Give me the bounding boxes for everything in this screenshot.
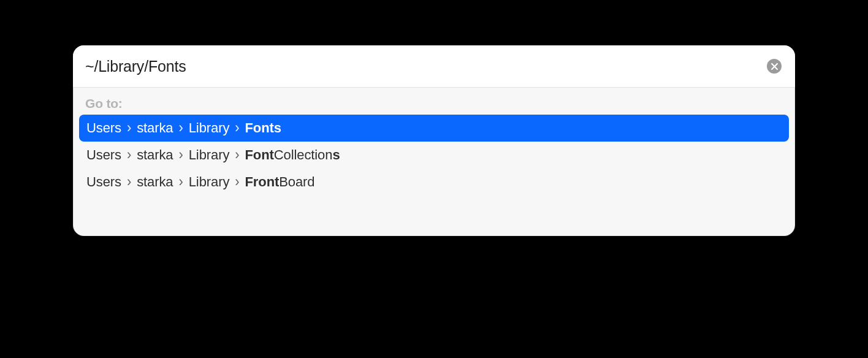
path-segment: starka [137,174,173,190]
path-segment: Fonts [245,120,281,136]
path-segment: Users [86,120,121,136]
chevron-right-icon: › [127,173,131,191]
path-segment: Fr [245,174,259,190]
chevron-right-icon: › [127,119,131,137]
result-row[interactable]: Users›starka›Library›FontCollections [79,142,789,169]
input-row [73,45,795,88]
path-segment: Users [86,147,121,163]
path-segment: Users [86,174,121,190]
chevron-right-icon: › [235,173,239,191]
section-label: Go to: [79,96,789,115]
path-segment: Library [189,147,230,163]
path-segment: Library [189,120,230,136]
chevron-right-icon: › [235,119,239,137]
goto-dialog: Go to: Users›starka›Library›FontsUsers›s… [73,45,795,236]
path-input[interactable] [85,58,767,75]
chevron-right-icon: › [179,119,183,137]
results-list: Users›starka›Library›FontsUsers›starka›L… [79,115,789,196]
chevron-right-icon: › [179,146,183,164]
results-body: Go to: Users›starka›Library›FontsUsers›s… [73,88,795,236]
path-segment: Collection [274,147,333,163]
chevron-right-icon: › [235,146,239,164]
path-segment: starka [137,147,173,163]
path-segment: starka [137,120,173,136]
chevron-right-icon: › [179,173,183,191]
path-segment: s [332,147,340,163]
chevron-right-icon: › [127,146,131,164]
path-segment: Font [245,147,274,163]
path-segment: Board [279,174,314,190]
close-icon [771,63,778,70]
path-segment: Library [189,174,230,190]
result-row[interactable]: Users›starka›Library›FrontBoard [79,169,789,196]
result-row[interactable]: Users›starka›Library›Fonts [79,115,789,142]
path-segment: ont [258,174,279,190]
clear-button[interactable] [767,59,782,74]
